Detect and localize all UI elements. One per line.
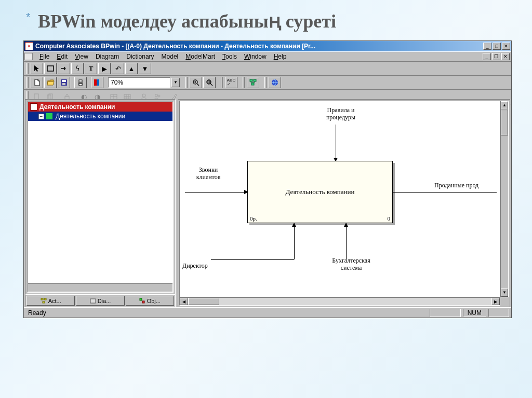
bullet-asterisk: *: [26, 10, 31, 23]
toolbar-grip[interactable]: [264, 77, 267, 88]
menu-diagram[interactable]: Diagram: [92, 52, 123, 61]
horizontal-scrollbar[interactable]: ◀ ▶: [179, 297, 500, 306]
scroll-down-icon[interactable]: ▼: [501, 289, 508, 297]
diagram-pane: Правила ипроцедуры Звонкиклиентов Продан…: [178, 99, 510, 307]
menubar: File Edit View Diagram Dictionary Model …: [24, 51, 511, 62]
svg-rect-26: [44, 298, 46, 300]
slide-title: BPWin моделдеу аспабының суреті: [38, 11, 336, 32]
activity-box[interactable]: Деятельность компании 0р. 0: [247, 161, 393, 223]
menu-model[interactable]: Model: [158, 52, 182, 61]
mechanism-label-1: Директор: [182, 262, 234, 269]
output-label: Проданные прод: [434, 182, 502, 189]
color-palette-icon[interactable]: [91, 77, 103, 88]
status-num-pane: NUM: [463, 309, 486, 317]
explorer-tabs: Act... Dia... Obj...: [25, 294, 175, 307]
svg-rect-2: [62, 80, 66, 82]
scroll-thumb[interactable]: [188, 298, 219, 305]
modelmart-icon[interactable]: [269, 77, 281, 88]
scroll-up-icon[interactable]: ▲: [501, 101, 508, 109]
tab-diagrams[interactable]: Dia...: [76, 296, 124, 306]
mechanism-line-1: [211, 259, 294, 260]
down-triangle-icon[interactable]: ▼: [139, 63, 151, 74]
zoom-fit-icon[interactable]: [203, 77, 216, 88]
text-tool-icon[interactable]: T: [85, 63, 97, 74]
mechanism-arrow-1: [294, 223, 295, 259]
menu-window[interactable]: Window: [241, 52, 270, 61]
activity-box-tool-icon[interactable]: [44, 63, 57, 74]
toolbar-grip[interactable]: [185, 77, 188, 88]
svg-point-22: [142, 94, 145, 97]
print-icon[interactable]: [74, 77, 87, 88]
toolbar-grip[interactable]: [26, 63, 29, 74]
open-file-icon[interactable]: [44, 77, 57, 88]
svg-rect-5: [79, 80, 82, 82]
arrow-tool-icon[interactable]: [58, 63, 70, 74]
mdi-close-button[interactable]: ✕: [501, 53, 510, 60]
app-icon: ✦: [25, 42, 33, 50]
mdi-restore-button[interactable]: ❐: [492, 53, 500, 60]
output-arrow: [393, 192, 497, 193]
tree-view[interactable]: Деятельность компании − Деятельность ком…: [27, 101, 174, 293]
svg-point-23: [155, 94, 158, 97]
vertical-scrollbar[interactable]: ▲ ▼: [500, 101, 509, 297]
svg-rect-7: [94, 79, 97, 86]
tab-objects[interactable]: Obj...: [126, 296, 174, 306]
menu-tools[interactable]: Tools: [219, 52, 241, 61]
zoom-dropdown-icon[interactable]: ▼: [171, 78, 180, 87]
new-file-icon[interactable]: [31, 77, 43, 88]
tree-root-label: Деятельность компании: [39, 103, 115, 111]
zoom-in-icon[interactable]: [190, 77, 202, 88]
up-triangle-icon[interactable]: ▲: [125, 63, 138, 74]
menu-dictionary[interactable]: Dictionary: [123, 52, 157, 61]
scroll-thumb[interactable]: [501, 109, 508, 135]
spellcheck-icon[interactable]: ABC✓: [225, 77, 237, 88]
tree-child-item[interactable]: − Деятельность компании: [28, 112, 172, 121]
tree-empty-area: [28, 121, 172, 240]
pointer-tool-icon[interactable]: [31, 63, 43, 74]
svg-rect-14: [251, 83, 254, 85]
menu-help[interactable]: Help: [270, 52, 290, 61]
minimize-button[interactable]: _: [483, 43, 491, 50]
menu-view[interactable]: View: [71, 52, 92, 61]
svg-rect-11: [208, 81, 210, 83]
svg-point-24: [158, 95, 160, 97]
scroll-right-icon[interactable]: ▶: [491, 298, 500, 305]
svg-rect-13: [254, 79, 256, 81]
svg-rect-21: [124, 94, 130, 100]
menu-modelmart[interactable]: ModelMart: [182, 52, 219, 61]
menu-file[interactable]: File: [36, 52, 53, 61]
slide-header: * BPWin моделдеу аспабының суреті: [0, 0, 532, 36]
zoom-combo[interactable]: 70%: [108, 77, 170, 88]
control-label: Правила ипроцедуры: [307, 106, 375, 121]
arrow-up-icon: [344, 223, 348, 227]
svg-rect-29: [140, 298, 142, 300]
diagram-canvas[interactable]: Правила ипроцедуры Звонкиклиентов Продан…: [179, 101, 500, 297]
svg-rect-28: [90, 299, 96, 303]
menu-edit[interactable]: Edit: [53, 52, 71, 61]
tree-root-item[interactable]: Деятельность компании: [28, 102, 172, 112]
mdi-minimize-button[interactable]: _: [483, 53, 491, 60]
undo-icon[interactable]: ↶: [112, 63, 124, 74]
squiggle-tool-icon[interactable]: ϟ: [71, 63, 84, 74]
maximize-button[interactable]: □: [493, 43, 501, 50]
mechanism-arrow-2: [346, 223, 347, 259]
diagram-icon: [90, 298, 96, 304]
tree-hscrollbar[interactable]: [28, 283, 172, 292]
idef0-diagram: Правила ипроцедуры Звонкиклиентов Продан…: [180, 101, 500, 297]
svg-rect-8: [97, 79, 99, 86]
expand-minus-icon[interactable]: −: [38, 114, 44, 119]
model-explorer-icon[interactable]: [247, 77, 259, 88]
input-label: Звонкиклиентов: [185, 166, 232, 181]
tab-activities[interactable]: Act...: [26, 296, 75, 306]
toolbar-tools: ϟ T ▶ ↶ ▲ ▼: [24, 62, 511, 76]
play-tool-icon[interactable]: ▶: [98, 63, 111, 74]
tree-child-label: Деятельность компании: [56, 113, 125, 120]
scroll-left-icon[interactable]: ◀: [180, 298, 188, 305]
input-arrow: [185, 192, 247, 193]
save-file-icon[interactable]: [58, 77, 70, 88]
toolbar-grip[interactable]: [221, 77, 223, 88]
toolbar-grip[interactable]: [243, 77, 245, 88]
close-button[interactable]: ✕: [502, 43, 510, 50]
toolbar-grip[interactable]: [26, 77, 29, 88]
mdi-icon[interactable]: [24, 53, 33, 60]
